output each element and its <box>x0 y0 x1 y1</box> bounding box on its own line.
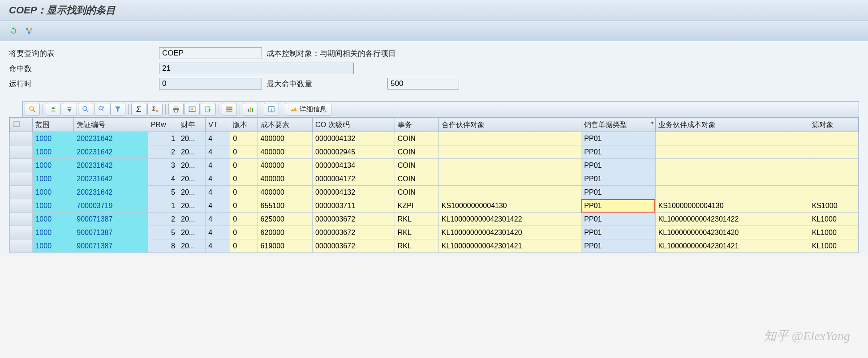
cell-partner[interactable]: KL100000000042301420 <box>438 226 581 239</box>
col-header-co[interactable]: CO 次级码 <box>313 118 395 132</box>
cell-tr[interactable]: RKL <box>395 226 438 239</box>
cell-scope[interactable]: 1000 <box>33 239 74 253</box>
cell-src[interactable]: KL1000 <box>809 226 858 239</box>
cell-partner[interactable]: KL100000000042301421 <box>438 239 581 253</box>
cell-src[interactable] <box>809 132 858 145</box>
cell-sel[interactable] <box>10 132 33 145</box>
cell-tr[interactable]: COIN <box>395 159 438 172</box>
sort-asc-button[interactable] <box>46 103 61 115</box>
cell-co[interactable]: 0000003672 <box>313 239 395 253</box>
cell-fy[interactable]: 20... <box>178 186 206 199</box>
cell-partner[interactable] <box>438 159 581 172</box>
col-header-prw[interactable]: PRw <box>148 118 178 132</box>
cell-stype[interactable]: PP01 <box>581 226 655 239</box>
cell-fy[interactable]: 20... <box>178 213 206 226</box>
cell-src[interactable]: KS1000 <box>809 199 858 213</box>
cell-ver[interactable]: 0 <box>230 213 258 226</box>
maxhits-input[interactable] <box>387 78 459 90</box>
cell-ver[interactable]: 0 <box>230 186 258 199</box>
cell-scope[interactable]: 1000 <box>33 226 74 239</box>
cell-tr[interactable]: COIN <box>395 132 438 145</box>
find-next-button[interactable] <box>94 103 109 115</box>
sort-desc-button[interactable] <box>62 103 77 115</box>
cell-prw[interactable]: 1 <box>148 132 178 145</box>
cell-ce[interactable]: 400000 <box>258 145 312 159</box>
table-row[interactable]: 1000900071387820...406190000000003672RKL… <box>10 239 859 253</box>
cell-fy[interactable]: 20... <box>178 159 206 172</box>
cell-prw[interactable]: 8 <box>148 239 178 253</box>
find-button[interactable] <box>78 103 93 115</box>
cell-prw[interactable]: 2 <box>148 145 178 159</box>
cell-bpcost[interactable]: KL100000000042301420 <box>655 226 809 239</box>
cell-ver[interactable]: 0 <box>230 172 258 186</box>
cell-vt[interactable]: 4 <box>206 145 230 159</box>
subtotal-button[interactable] <box>147 103 163 115</box>
cell-docno[interactable]: 200231642 <box>74 145 148 159</box>
cell-tr[interactable]: RKL <box>395 213 438 226</box>
cell-prw[interactable]: 5 <box>148 186 178 199</box>
detail-info-button[interactable]: 详细信息 <box>285 103 331 115</box>
cell-bpcost[interactable]: KL100000000042301421 <box>655 239 809 253</box>
cell-partner[interactable] <box>438 186 581 199</box>
cell-scope[interactable]: 1000 <box>33 172 74 186</box>
cell-ce[interactable]: 625000 <box>258 213 312 226</box>
cell-partner[interactable] <box>438 132 581 145</box>
col-header-ver[interactable]: 版本 <box>230 118 258 132</box>
cell-scope[interactable]: 1000 <box>33 159 74 172</box>
col-header-tr[interactable]: 事务 <box>395 118 438 132</box>
cell-vt[interactable]: 4 <box>206 213 230 226</box>
cell-docno[interactable]: 200231642 <box>74 186 148 199</box>
cell-co[interactable]: 0000004132 <box>313 186 395 199</box>
cell-ver[interactable]: 0 <box>230 145 258 159</box>
cell-ver[interactable]: 0 <box>230 132 258 145</box>
cell-stype[interactable]: PP01 <box>581 172 655 186</box>
cell-stype[interactable]: PP01 <box>581 186 655 199</box>
cell-bpcost[interactable] <box>655 172 809 186</box>
col-header-sel[interactable] <box>10 118 33 132</box>
table-row[interactable]: 1000900071387520...406200000000003672RKL… <box>10 226 859 239</box>
cell-sel[interactable] <box>10 145 33 159</box>
cell-ver[interactable]: 0 <box>230 239 258 253</box>
cell-stype[interactable]: PP01 <box>581 239 655 253</box>
cell-ce[interactable]: 619000 <box>258 239 312 253</box>
col-header-docno[interactable]: 凭证编号 <box>74 118 148 132</box>
col-header-vt[interactable]: VT <box>206 118 230 132</box>
cell-sel[interactable] <box>10 239 33 253</box>
cell-src[interactable]: KL1000 <box>809 213 858 226</box>
table-row[interactable]: 1000700003719120...406551000000003711KZP… <box>10 199 859 213</box>
cell-sel[interactable] <box>10 172 33 186</box>
table-row[interactable]: 1000200231642320...404000000000004134COI… <box>10 159 859 172</box>
cell-vt[interactable]: 4 <box>206 239 230 253</box>
cell-docno[interactable]: 200231642 <box>74 172 148 186</box>
refresh-icon[interactable] <box>8 26 19 36</box>
table-row[interactable]: 1000200231642120...404000000000004132COI… <box>10 132 859 145</box>
cell-prw[interactable]: 5 <box>148 226 178 239</box>
cell-ce[interactable]: 620000 <box>258 226 312 239</box>
cell-src[interactable] <box>809 172 858 186</box>
cell-src[interactable]: KL1000 <box>809 239 858 253</box>
cell-sel[interactable] <box>10 159 33 172</box>
cell-partner[interactable] <box>438 145 581 159</box>
view-button[interactable] <box>185 103 200 115</box>
cell-ce[interactable]: 655100 <box>258 199 312 213</box>
cell-sel[interactable] <box>10 213 33 226</box>
cell-src[interactable] <box>809 186 858 199</box>
cell-stype[interactable]: PP01 <box>581 132 655 145</box>
cell-bpcost[interactable] <box>655 159 809 172</box>
cell-ver[interactable]: 0 <box>230 226 258 239</box>
cell-ver[interactable]: 0 <box>230 159 258 172</box>
cell-stype[interactable]: PP01 <box>581 145 655 159</box>
cell-scope[interactable]: 1000 <box>33 199 74 213</box>
cell-fy[interactable]: 20... <box>178 199 206 213</box>
cell-co[interactable]: 0000004172 <box>313 172 395 186</box>
cell-vt[interactable]: 4 <box>206 199 230 213</box>
cell-prw[interactable]: 4 <box>148 172 178 186</box>
cell-bpcost[interactable] <box>655 145 809 159</box>
col-header-scope[interactable]: 范围 <box>33 118 74 132</box>
cell-scope[interactable]: 1000 <box>33 132 74 145</box>
cell-docno[interactable]: 900071387 <box>74 239 148 253</box>
cell-docno[interactable]: 200231642 <box>74 132 148 145</box>
cell-ce[interactable]: 400000 <box>258 172 312 186</box>
cell-vt[interactable]: 4 <box>206 159 230 172</box>
cell-scope[interactable]: 1000 <box>33 145 74 159</box>
